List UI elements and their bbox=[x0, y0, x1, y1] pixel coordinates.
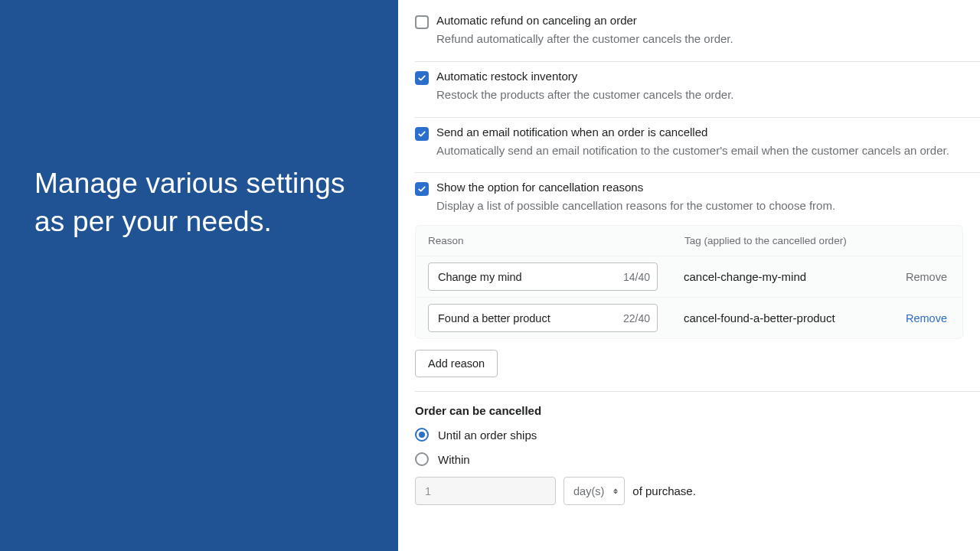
settings-panel: Automatic refund on canceling an order R… bbox=[398, 0, 980, 551]
reason-tag: cancel-found-a-better-product bbox=[658, 311, 897, 324]
cancellation-reasons-block: Reason Tag (applied to the cancelled ord… bbox=[415, 225, 963, 377]
setting-title: Automatic refund on canceling an order bbox=[436, 14, 965, 27]
cancel-window-section: Order can be cancelled Until an order sh… bbox=[415, 392, 980, 505]
add-reason-button[interactable]: Add reason bbox=[415, 350, 498, 377]
radio-within[interactable] bbox=[415, 452, 429, 466]
reason-char-count: 22/40 bbox=[623, 312, 650, 324]
setting-row: Automatic restock inventory Restock the … bbox=[415, 62, 980, 118]
check-icon bbox=[417, 73, 426, 83]
within-unit-select[interactable]: day(s) bbox=[564, 477, 625, 505]
sidebar-headline: Manage various settings as per your need… bbox=[34, 165, 364, 241]
setting-desc: Restock the products after the customer … bbox=[436, 86, 965, 103]
setting-desc: Display a list of possible cancellation … bbox=[436, 197, 965, 214]
check-icon bbox=[417, 129, 426, 139]
reasons-table: Reason Tag (applied to the cancelled ord… bbox=[415, 225, 963, 339]
setting-title: Show the option for cancellation reasons bbox=[436, 181, 965, 194]
reasons-header-tag: Tag (applied to the cancelled order) bbox=[684, 235, 897, 246]
reason-char-count: 14/40 bbox=[623, 271, 650, 283]
reasons-header-reason: Reason bbox=[428, 235, 684, 246]
setting-title: Send an email notification when an order… bbox=[436, 126, 965, 139]
setting-checkbox[interactable] bbox=[415, 15, 429, 29]
reason-row: 22/40 cancel-found-a-better-product Remo… bbox=[416, 297, 962, 338]
setting-desc: Refund automatically after the customer … bbox=[436, 31, 965, 47]
radio-within-label: Within bbox=[438, 453, 470, 466]
setting-row: Show the option for cancellation reasons… bbox=[415, 173, 980, 222]
remove-reason-link[interactable]: Remove bbox=[897, 271, 950, 283]
reason-row: 14/40 cancel-change-my-mind Remove bbox=[416, 256, 962, 297]
check-icon bbox=[417, 184, 426, 194]
radio-until-ships-label: Until an order ships bbox=[438, 429, 537, 442]
radio-until-ships[interactable] bbox=[415, 428, 429, 442]
setting-row: Send an email notification when an order… bbox=[415, 118, 980, 174]
setting-checkbox[interactable] bbox=[415, 182, 429, 196]
cancel-window-heading: Order can be cancelled bbox=[415, 404, 980, 417]
select-caret-icon bbox=[613, 488, 618, 494]
setting-checkbox[interactable] bbox=[415, 127, 429, 141]
setting-title: Automatic restock inventory bbox=[436, 70, 965, 83]
within-unit-label: day(s) bbox=[573, 485, 604, 497]
within-number-input[interactable] bbox=[415, 477, 556, 505]
setting-desc: Automatically send an email notification… bbox=[436, 142, 965, 159]
marketing-sidebar: Manage various settings as per your need… bbox=[0, 0, 398, 551]
remove-reason-link[interactable]: Remove bbox=[897, 312, 950, 324]
setting-checkbox[interactable] bbox=[415, 71, 429, 85]
within-suffix: of purchase. bbox=[632, 484, 696, 497]
setting-row: Automatic refund on canceling an order R… bbox=[415, 6, 980, 62]
reason-tag: cancel-change-my-mind bbox=[658, 270, 897, 283]
